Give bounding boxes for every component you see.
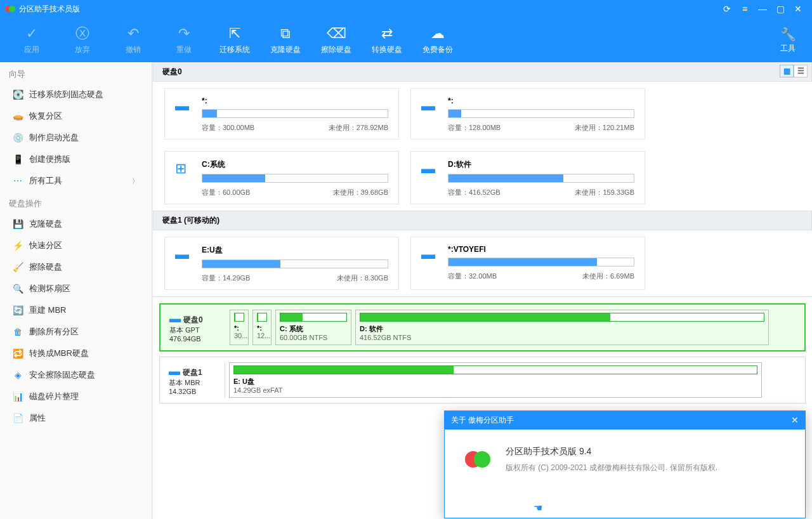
backup-button[interactable]: ☁免费备份 [412,25,463,55]
capacity-label: 容量：60.00GB [202,188,250,197]
clone-button[interactable]: ⧉克隆硬盘 [260,25,311,55]
wizard-icon: 🥧 [13,111,23,121]
wrench-icon: 🔧 [780,27,796,42]
diskmap-0[interactable]: ▬硬盘0基本 GPT476.94GB *:30... *:12... C: 系统… [159,303,806,351]
ops-item-2[interactable]: 🧹擦除硬盘 [0,256,152,278]
about-close-button[interactable]: ✕ [791,415,799,426]
usage-bar [448,109,634,118]
usage-bar [448,174,634,183]
ops-item-8[interactable]: 📊磁盘碎片整理 [0,386,152,407]
wizard-item-1[interactable]: 🥧恢复分区 [0,105,152,127]
disk-icon: ▬ [169,312,181,325]
ops-label: 属性 [29,412,46,424]
wizard-item-4[interactable]: ⋯所有工具〉 [0,170,152,192]
ops-label: 克隆硬盘 [29,218,62,230]
apply-button[interactable]: ✓应用 [6,25,57,55]
ops-icon: 📄 [13,413,23,423]
capacity-label: 容量：32.00MB [448,272,497,281]
diskmap-info: ▬硬盘0基本 GPT476.94GB [166,310,226,345]
wizard-label: 制作启动光盘 [29,132,79,143]
ops-label: 快速分区 [29,240,62,251]
partition-name: E:U盘 [202,245,388,256]
free-label: 未使用：159.33GB [575,188,634,197]
app-title: 分区助手技术员版 [19,4,80,15]
free-label: 未使用：120.21MB [575,123,634,133]
partition-card[interactable]: ⊞ C:系统 容量：60.00GB未使用：39.68GB [164,151,399,204]
drive-icon: ▬ [175,96,193,133]
wizard-label: 迁移系统到固态硬盘 [29,89,103,100]
maximize-icon[interactable]: ▢ [771,4,789,14]
chevron-right-icon: 〉 [132,176,139,186]
ops-item-4[interactable]: 🔄重建 MBR [0,299,152,321]
disk-icon: ▬ [169,365,180,378]
wizard-item-3[interactable]: 📱创建便携版 [0,148,152,170]
minimize-icon[interactable]: — [754,4,771,14]
convert-icon: ⇄ [381,25,393,42]
drive-icon: ▬ [421,245,439,283]
diskmap-partition[interactable]: *:12... [252,310,272,345]
diskmap-partition[interactable]: E: U盘14.29GB exFAT [229,362,762,398]
view-list-button[interactable]: ☰ [794,65,808,77]
diskmap-1[interactable]: ▬硬盘1基本 MBR14.32GB E: U盘14.29GB exFAT [159,357,806,404]
ops-item-6[interactable]: 🔁转换成MBR硬盘 [0,343,152,364]
partition-card[interactable]: ▬ *: 容量：300.00MB未使用：278.92MB [164,88,399,140]
about-logo-icon [464,445,493,474]
partition-card[interactable]: ▬ D:软件 容量：416.52GB未使用：159.33GB [410,151,645,204]
diskmap-partition[interactable]: D: 软件416.52GB NTFS [355,310,769,345]
drive-icon: ⊞ [175,159,193,197]
ops-label: 擦除硬盘 [29,261,62,273]
disk-title-0: 硬盘0▦☰ [153,62,812,82]
convert-button[interactable]: ⇄转换硬盘 [362,25,412,55]
ops-label: 重建 MBR [29,305,67,316]
undo-button[interactable]: ↶撤销 [108,25,159,55]
ops-item-7[interactable]: ◈安全擦除固态硬盘 [0,364,152,386]
about-dialog: 关于 傲梅分区助手 ✕ 分区助手技术员版 9.4 版权所有 (C) 2009-2… [444,411,806,518]
ops-item-1[interactable]: ⚡快速分区 [0,235,152,256]
cancel-icon: ⓧ [75,25,89,42]
free-label: 未使用：8.30GB [337,273,388,283]
discard-button[interactable]: ⓧ放弃 [57,25,108,55]
drive-icon: ▬ [421,159,439,197]
wizard-item-0[interactable]: 💽迁移系统到固态硬盘 [0,84,152,105]
diskmap-partition[interactable]: C: 系统60.00GB NTFS [275,310,351,345]
about-copyright: 版权所有 (C) 2009-2021 成都傲梅科技有限公司. 保留所有版权. [506,463,717,473]
capacity-label: 容量：128.00MB [448,123,501,133]
free-label: 未使用：6.69MB [582,272,634,281]
diskmap-partition[interactable]: *:30... [230,310,249,345]
view-grid-button[interactable]: ▦ [780,65,794,77]
wizard-label: 所有工具 [29,175,62,187]
capacity-label: 容量：416.52GB [448,188,501,197]
check-icon: ✓ [26,25,37,42]
ops-icon: 🔍 [13,284,23,294]
ops-label: 转换成MBR硬盘 [29,348,89,359]
sidebar: 向导 💽迁移系统到固态硬盘🥧恢复分区💿制作启动光盘📱创建便携版⋯所有工具〉 硬盘… [0,62,152,519]
menu-icon[interactable]: ≡ [736,4,754,14]
wizard-label: 创建便携版 [29,154,70,165]
free-label: 未使用：278.92MB [329,123,388,133]
ops-item-3[interactable]: 🔍检测坏扇区 [0,278,152,299]
close-icon[interactable]: ✕ [789,4,807,14]
undo-icon: ↶ [128,25,139,42]
wipe-icon: ⌫ [327,25,346,42]
ops-label: 安全擦除固态硬盘 [29,369,95,381]
ops-item-5[interactable]: 🗑删除所有分区 [0,321,152,343]
ops-icon: 🔁 [13,348,23,358]
partition-card[interactable]: ▬ *:VTOYEFI 容量：32.00MB未使用：6.69MB [410,237,645,290]
diskmap-info: ▬硬盘1基本 MBR14.32GB [165,362,225,398]
ops-label: 删除所有分区 [29,326,79,338]
redo-icon: ↷ [178,25,190,42]
disk-title-1: 硬盘1 (可移动的) [153,211,812,230]
titlebar: 分区助手技术员版 ⟳ ≡ — ▢ ✕ [0,0,812,18]
migrate-button[interactable]: ⇱迁移系统 [209,25,260,55]
refresh-icon[interactable]: ⟳ [718,4,736,14]
partition-card[interactable]: ▬ *: 容量：128.00MB未使用：120.21MB [410,88,645,140]
ops-icon: 📊 [13,391,23,402]
partition-card[interactable]: ▬ E:U盘 容量：14.29GB未使用：8.30GB [164,237,399,290]
partition-name: *: [448,96,634,105]
tools-button[interactable]: 🔧工具 [770,27,806,54]
ops-item-0[interactable]: 💾克隆硬盘 [0,213,152,235]
redo-button[interactable]: ↷重做 [159,25,209,55]
ops-item-9[interactable]: 📄属性 [0,407,152,429]
wizard-item-2[interactable]: 💿制作启动光盘 [0,127,152,148]
wipe-button[interactable]: ⌫擦除硬盘 [311,25,362,55]
